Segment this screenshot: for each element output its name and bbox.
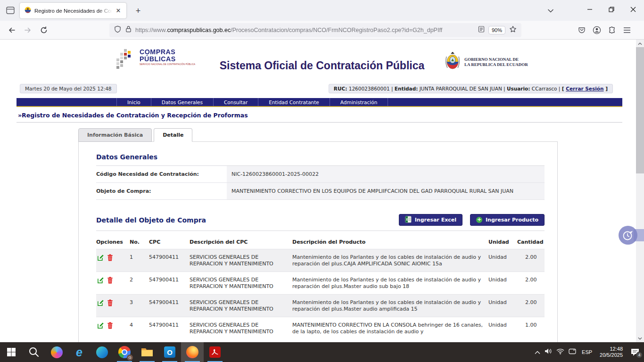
- pocket-icon[interactable]: [574, 23, 589, 37]
- page-scrollbar[interactable]: [636, 40, 644, 342]
- internet-explorer-icon[interactable]: e: [68, 342, 91, 362]
- favicon: [25, 7, 31, 15]
- extensions-puzzle-icon[interactable]: [604, 23, 619, 37]
- unit: Unidad: [488, 322, 517, 329]
- ingresar-producto-button[interactable]: + Ingresar Producto: [470, 214, 545, 226]
- edit-icon[interactable]: [97, 299, 104, 308]
- floating-assistant-widget[interactable]: [625, 228, 644, 243]
- quantity: 2.00: [517, 254, 545, 261]
- ingresar-excel-button[interactable]: Ingresar Excel: [399, 214, 462, 226]
- dg-value: MANTENIMIENTO CORRECTIVO EN LOS EQUIPOS …: [227, 183, 545, 199]
- nav-item-inicio[interactable]: Inicio: [116, 98, 151, 106]
- product-table-body: 1 547900411 SERVICIOS GENERALES DE REPAR…: [96, 249, 545, 339]
- row-number: 1: [130, 254, 149, 261]
- url-bar[interactable]: https://www.compraspublicas.gob.ec/Proce…: [109, 23, 521, 37]
- datetime-chip: Martes 20 de Mayo del 2025 12:48: [20, 84, 117, 93]
- gov-logo: GOBIERNO NACIONAL DE LA REPUBLICA DEL EC…: [445, 51, 528, 74]
- product-table-header: Opciones No. CPC Descripción del CPC Des…: [96, 235, 545, 249]
- plus-icon: +: [476, 217, 482, 223]
- reload-icon[interactable]: [37, 23, 51, 37]
- zoom-level-badge[interactable]: 90%: [488, 26, 505, 34]
- edit-icon[interactable]: [97, 322, 104, 331]
- delete-icon[interactable]: [107, 299, 113, 308]
- tab-close-icon[interactable]: ✕: [114, 7, 123, 15]
- nav-item-datos-generales[interactable]: Datos Generales: [151, 98, 214, 106]
- tab-detalle[interactable]: Detalle: [154, 128, 192, 142]
- unit: Unidad: [488, 254, 517, 261]
- quantity: 1.00: [517, 322, 545, 329]
- clock[interactable]: 12:48 20/5/2025: [598, 346, 625, 358]
- main-nav: Inicio Datos Generales Consultar Entidad…: [17, 98, 622, 107]
- outlook-icon[interactable]: O: [158, 342, 181, 362]
- file-explorer-icon[interactable]: [136, 342, 158, 362]
- chrome-icon[interactable]: G: [113, 342, 136, 362]
- dg-value: NIC-1260023860001-2025-00022: [227, 166, 545, 182]
- ingresar-producto-label: Ingresar Producto: [486, 217, 538, 223]
- scroll-down-icon[interactable]: [636, 335, 644, 342]
- cpc-description: SERVICIOS GENERALES DE REPARACION Y MANT…: [190, 299, 292, 313]
- browser-toolbar: https://www.compraspublicas.gob.ec/Proce…: [0, 21, 644, 40]
- logout-link[interactable]: Cerrar Sesión: [566, 86, 603, 91]
- tab-informacion-basica[interactable]: Información Básica: [78, 128, 152, 142]
- session-bar: RUC: 1260023860001 | Entidad: JUNTA PARR…: [329, 84, 613, 93]
- nav-item-entidad-contratante[interactable]: Entidad Contratante: [258, 98, 330, 106]
- wifi-icon[interactable]: [556, 348, 564, 356]
- delete-icon[interactable]: [107, 322, 113, 331]
- volume-icon[interactable]: [545, 348, 552, 356]
- search-icon[interactable]: [23, 342, 45, 362]
- clock-widget-icon[interactable]: [619, 226, 637, 245]
- table-row: 4 547900411 SERVICIOS GENERALES DE REPAR…: [96, 317, 545, 339]
- start-button-icon[interactable]: [0, 342, 23, 362]
- dg-row-codigo: Código Necesidad de Contratación: NIC-12…: [96, 166, 545, 183]
- page-title: Sistema Oficial de Contratación Pública: [0, 59, 644, 72]
- acrobat-icon[interactable]: [204, 342, 226, 362]
- forward-icon[interactable]: [21, 23, 35, 37]
- edit-icon[interactable]: [97, 254, 104, 263]
- edit-icon[interactable]: [97, 277, 104, 286]
- copilot-icon[interactable]: [45, 342, 68, 362]
- close-button[interactable]: [622, 0, 644, 19]
- datos-generales-heading: Datos Generales: [96, 153, 545, 161]
- edge-icon[interactable]: [91, 342, 113, 362]
- excel-icon: [405, 216, 412, 224]
- firefox-icon[interactable]: [181, 342, 204, 362]
- scroll-up-icon[interactable]: [636, 40, 644, 47]
- account-icon[interactable]: [589, 23, 604, 37]
- delete-icon[interactable]: [107, 277, 113, 286]
- bookmark-star-icon[interactable]: [509, 25, 517, 35]
- cpc-code: 547900411: [149, 299, 190, 306]
- nav-item-administracion[interactable]: Administración: [330, 98, 388, 106]
- shield-icon[interactable]: [114, 25, 121, 35]
- ecuador-coat-of-arms-icon: [445, 51, 461, 74]
- cpc-description: SERVICIOS GENERALES DE REPARACION Y MANT…: [190, 322, 292, 335]
- new-tab-button[interactable]: +: [132, 5, 144, 17]
- breadcrumb: »Registro de Necesidades de Contratación…: [18, 112, 248, 119]
- content-tabs: Información Básica Detalle: [78, 128, 194, 142]
- unit: Unidad: [488, 299, 517, 306]
- cpc-code: 547900411: [149, 277, 190, 283]
- firefox-view-icon[interactable]: [6, 6, 15, 15]
- tray-chevron-up-icon[interactable]: [535, 348, 540, 356]
- gov-line2: LA REPUBLICA DEL ECUADOR: [464, 62, 528, 67]
- minimize-button[interactable]: [579, 0, 601, 19]
- browser-tab[interactable]: Registro de Necesidades de Con ✕: [20, 3, 126, 18]
- product-description: Mantenimiento de los Parlantes y de los …: [292, 277, 488, 290]
- back-icon[interactable]: [5, 23, 19, 37]
- menu-hamburger-icon[interactable]: [619, 23, 635, 37]
- restore-button[interactable]: [601, 0, 622, 19]
- nav-item-consultar[interactable]: Consultar: [214, 98, 258, 106]
- display-cast-icon[interactable]: [569, 348, 576, 356]
- unit: Unidad: [488, 277, 517, 283]
- tab-list-chevron-icon[interactable]: [545, 6, 556, 16]
- row-number: 2: [130, 277, 149, 283]
- table-row: 1 547900411 SERVICIOS GENERALES DE REPAR…: [96, 249, 545, 272]
- delete-icon[interactable]: [107, 254, 113, 263]
- lock-icon[interactable]: [125, 25, 132, 34]
- language-indicator[interactable]: ESP: [580, 349, 594, 355]
- system-tray: ESP 12:48 20/5/2025 4: [535, 342, 641, 362]
- reader-view-icon[interactable]: [478, 26, 485, 34]
- scrollbar-thumb[interactable]: [636, 47, 644, 173]
- notification-center-icon[interactable]: 4: [629, 346, 641, 358]
- dg-row-objeto: Objeto de Compra: MANTENIMIENTO CORRECTI…: [96, 183, 545, 200]
- logo-line1: COMPRAS: [140, 48, 192, 55]
